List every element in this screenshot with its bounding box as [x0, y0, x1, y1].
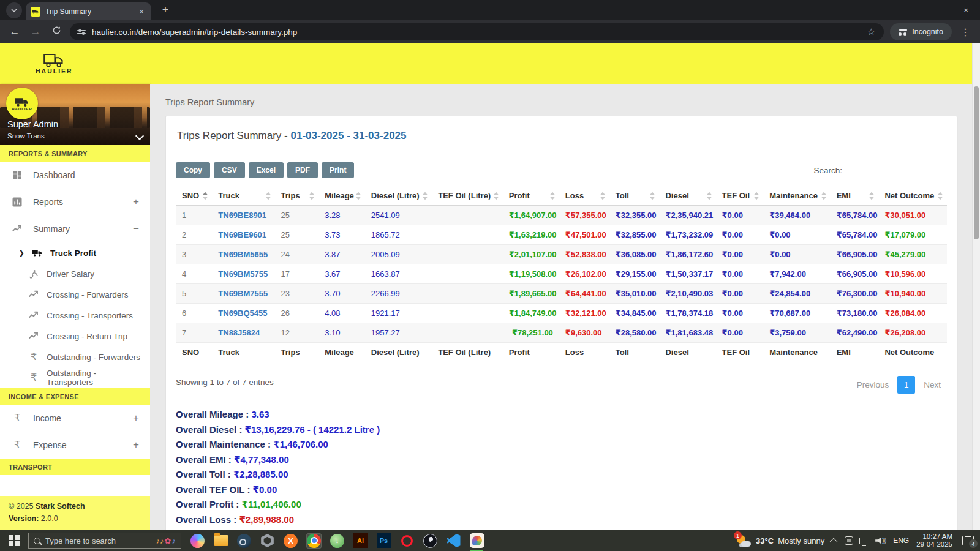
paint-icon[interactable] [469, 533, 484, 549]
date: 29-04-2025 [916, 541, 952, 549]
illustrator-icon[interactable]: Ai [353, 533, 368, 549]
browser-tab[interactable]: Trip Summary × [26, 2, 151, 20]
column-header-truck[interactable]: Truck [212, 186, 274, 206]
address-bar[interactable]: haulier.co.in/demo/superadmin/trip-detai… [70, 23, 884, 40]
sidebar-item-dashboard[interactable]: Dashboard [0, 162, 150, 189]
profile-panel[interactable]: HAULIER Super Admin Snow Trans [0, 84, 150, 145]
photoshop-icon[interactable]: Ps [376, 533, 391, 549]
pagination-previous[interactable]: Previous [851, 377, 895, 392]
column-header-profit[interactable]: Profit [503, 186, 559, 206]
cell-truck[interactable]: TN69BE9601 [212, 225, 274, 245]
clock[interactable]: 10:27 AM 29-04-2025 [916, 533, 952, 549]
network-icon[interactable] [859, 538, 869, 544]
site-controls-icon[interactable] [77, 30, 86, 34]
tab-close-icon[interactable]: × [137, 7, 146, 17]
scrollbar-thumb[interactable] [974, 86, 979, 239]
notifications-icon[interactable]: 4 [962, 536, 974, 545]
sidebar-item-crossing-forwarders[interactable]: Crossing - Forwarders [0, 284, 150, 305]
cell-tef_oil: ₹0.00 [716, 225, 764, 245]
hexagon-app-icon[interactable] [260, 533, 275, 549]
sidebar-item-expense[interactable]: ₹Expense+ [0, 432, 150, 459]
vscode-icon[interactable] [446, 533, 461, 549]
weather-widget[interactable]: 1 33°C Mostly sunny [736, 534, 824, 547]
sort-icon [494, 192, 499, 200]
tab-list-chevron-icon[interactable] [6, 2, 22, 18]
language-indicator[interactable]: ENG [893, 536, 909, 545]
column-header-loss[interactable]: Loss [559, 186, 609, 206]
volume-icon[interactable]: ))) [875, 538, 886, 544]
app-header: HAULIER [0, 43, 972, 84]
search-input[interactable] [846, 164, 947, 176]
obs-icon[interactable] [423, 533, 438, 549]
back-icon[interactable]: ← [7, 26, 22, 38]
screen: Trip Summary × + × ← → haulier.co.in/dem… [0, 0, 980, 551]
column-header-maintenance[interactable]: Maintenance [763, 186, 830, 206]
sidebar-item-crossing-transporters[interactable]: Crossing - Transporters [0, 305, 150, 326]
idm-icon[interactable]: ↓ [330, 533, 345, 549]
expand-toggle-icon[interactable]: + [133, 439, 139, 451]
print-button[interactable]: Print [322, 162, 354, 178]
xampp-icon[interactable]: X [283, 533, 298, 549]
sidebar-item-outstanding-forwarders[interactable]: ₹Outstanding - Forwarders [0, 347, 150, 367]
cell-truck[interactable]: TN69BM5655 [212, 245, 274, 264]
cell-truck[interactable]: TN69BM7555 [212, 284, 274, 304]
sidebar-item-crossing-return-trip[interactable]: Crossing - Return Trip [0, 326, 150, 347]
pagination-page-1[interactable]: 1 [897, 376, 915, 394]
start-button[interactable] [0, 530, 28, 551]
cell-truck[interactable]: TN69BM5755 [212, 264, 274, 284]
cell-truck[interactable]: TN69BQ5455 [212, 304, 274, 323]
column-header-trips[interactable]: Trips [275, 186, 319, 206]
sidebar-item-summary[interactable]: Summary− [0, 216, 150, 242]
chevron-down-icon[interactable] [135, 132, 144, 140]
window-close-button[interactable]: × [952, 0, 980, 20]
csv-button[interactable]: CSV [214, 162, 245, 178]
cell-maintenance: ₹70,687.00 [763, 304, 830, 323]
sidebar-item-income[interactable]: ₹Income+ [0, 405, 150, 432]
column-header-diesel_litre[interactable]: Diesel (Litre) [365, 186, 432, 206]
forward-icon[interactable]: → [28, 26, 43, 38]
excel-button[interactable]: Excel [249, 162, 284, 178]
column-header-sno[interactable]: SNO [176, 186, 212, 206]
taskbar-search[interactable]: Type here to search ♪♪✿♪ [28, 533, 181, 549]
sidebar-item-driver-salary[interactable]: Driver Salary [0, 263, 150, 284]
expand-toggle-icon[interactable]: + [133, 196, 139, 208]
cell-tef_oil: ₹0.00 [716, 206, 764, 225]
column-header-diesel[interactable]: Diesel [659, 186, 715, 206]
column-header-tef_oil[interactable]: TEF Oil [716, 186, 764, 206]
tray-chevron-up-icon[interactable] [830, 538, 838, 545]
expand-toggle-icon[interactable]: + [133, 412, 139, 424]
file-explorer-icon[interactable] [213, 533, 228, 549]
column-header-toll[interactable]: Toll [609, 186, 660, 206]
pagination-next[interactable]: Next [918, 377, 947, 392]
new-tab-button[interactable]: + [157, 4, 173, 17]
sidebar-item-outstanding-transporters[interactable]: ₹Outstanding - Transporters [0, 367, 150, 388]
chrome-icon[interactable] [306, 533, 322, 549]
opera-icon[interactable] [399, 533, 415, 549]
copy-button[interactable]: Copy [176, 162, 210, 178]
sidebar-item-truck-profit[interactable]: ❯Truck Profit [0, 242, 150, 263]
bar-chart-icon [11, 196, 23, 208]
cell-profit: ₹1,89,665.00 [503, 284, 559, 304]
cell-truck[interactable]: TN88J5824 [212, 323, 274, 343]
reload-icon[interactable] [49, 26, 64, 38]
browser-menu-icon[interactable]: ⋮ [958, 26, 973, 38]
expand-toggle-icon[interactable]: − [133, 223, 139, 235]
steam-icon[interactable] [236, 533, 252, 549]
cell-diesel: ₹1,73,232.09 [659, 225, 715, 245]
page-scrollbar[interactable] [972, 43, 980, 530]
cell-diesel: ₹1,50,337.17 [659, 264, 715, 284]
pdf-button[interactable]: PDF [287, 162, 318, 178]
column-header-tef_oil_litre[interactable]: TEF Oil (Litre) [432, 186, 503, 206]
window-restore-button[interactable] [924, 0, 952, 20]
tray-app-icon[interactable] [845, 536, 853, 545]
cell-truck[interactable]: TN69BE8901 [212, 206, 274, 225]
showing-entries-text: Showing 1 to 7 of 7 entries [176, 378, 274, 387]
copilot-icon[interactable] [190, 533, 205, 549]
incognito-icon [899, 29, 908, 36]
window-minimize-button[interactable] [895, 0, 924, 20]
column-header-net_outcome[interactable]: Net Outcome [878, 186, 947, 206]
column-header-mileage[interactable]: Mileage [318, 186, 365, 206]
bookmark-star-icon[interactable]: ☆ [862, 26, 880, 37]
sidebar-item-reports[interactable]: Reports+ [0, 189, 150, 216]
column-header-emi[interactable]: EMI [831, 186, 879, 206]
